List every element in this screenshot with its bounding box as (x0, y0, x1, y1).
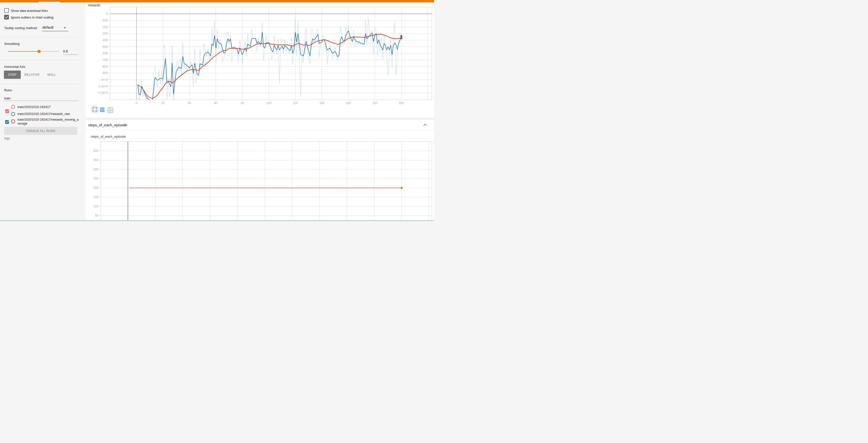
svg-text:160: 160 (346, 101, 351, 105)
svg-text:0: 0 (106, 12, 108, 16)
svg-text:200: 200 (399, 101, 404, 105)
svg-text:180: 180 (372, 101, 377, 105)
tooltip-sorting-label: Tooltip sorting method: (4, 26, 38, 30)
svg-text:-1.1e+3: -1.1e+3 (98, 85, 108, 88)
svg-text:200: 200 (93, 186, 98, 190)
steps-card: steps_of_each_episode 400350300250200150… (86, 130, 434, 220)
axis-relative-button[interactable]: RELATIVE (23, 70, 41, 79)
svg-text:-500: -500 (102, 45, 108, 49)
smoothing-label: Smoothing (4, 42, 20, 46)
dropdown-underline (42, 31, 68, 31)
smoothing-slider-knob[interactable] (37, 50, 41, 53)
svg-text:140: 140 (319, 101, 324, 105)
svg-text:-900: -900 (102, 71, 108, 75)
expand-chart-icon[interactable] (93, 107, 97, 112)
svg-text:-1.2e+3: -1.2e+3 (98, 91, 108, 94)
chevron-up-icon[interactable] (423, 123, 427, 126)
rewards-card: rewards 0-100-200-300-400-500-600-700-80… (86, 2, 434, 119)
rewards-chart[interactable]: 0-100-200-300-400-500-600-700-800-900-1e… (86, 2, 434, 119)
run-color-circle-2 (11, 119, 15, 123)
section-header[interactable]: steps_of_each_episode (86, 119, 434, 130)
settings-sidebar: Show data download links Ignore outliers… (0, 2, 86, 220)
run-checkbox-1[interactable] (5, 120, 9, 124)
axis-wall-button[interactable]: WALL (42, 70, 61, 79)
svg-text:-200: -200 (102, 25, 108, 29)
logs-label: logs (4, 137, 10, 140)
svg-text:150: 150 (93, 195, 98, 199)
steps-chart[interactable]: 40035030025020015010050 (86, 130, 434, 220)
svg-text:80: 80 (241, 101, 244, 105)
smoothing-underline (63, 55, 78, 55)
dropdown-arrow-icon[interactable] (64, 27, 66, 29)
log-scale-lines-icon[interactable] (100, 108, 104, 112)
svg-text:20: 20 (161, 101, 165, 105)
smoothing-value-input[interactable]: 0.6 (63, 49, 68, 53)
svg-text:400: 400 (93, 149, 98, 153)
svg-text:-600: -600 (102, 52, 108, 55)
run-filter-input[interactable]: train (4, 96, 10, 100)
axis-step-button[interactable]: STEP (4, 70, 21, 79)
show-download-links-checkbox[interactable] (4, 8, 9, 13)
smoothing-slider-fill (8, 51, 39, 52)
show-download-links-label: Show data download links (11, 9, 48, 12)
svg-text:120: 120 (293, 101, 298, 105)
run-label-0: train/20201015-192417 (18, 105, 79, 109)
horizontal-axis-label: Horizontal Axis (4, 65, 25, 68)
svg-text:40: 40 (188, 101, 191, 105)
run-color-circle-0 (11, 105, 15, 109)
app-bar (0, 0, 434, 2)
svg-text:-300: -300 (102, 32, 108, 35)
svg-text:-700: -700 (102, 58, 108, 62)
svg-text:-400: -400 (102, 38, 108, 42)
ignore-outliers-label: Ignore outliers in chart scaling (11, 16, 54, 19)
svg-text:300: 300 (93, 168, 98, 171)
svg-text:250: 250 (93, 177, 98, 180)
run-color-circle-1 (11, 112, 15, 116)
svg-text:100: 100 (267, 101, 271, 105)
svg-text:-100: -100 (102, 19, 108, 22)
toggle-all-runs-button[interactable]: TOGGLE ALL RUNS (4, 127, 77, 135)
divider (0, 84, 78, 84)
svg-text:0: 0 (135, 101, 137, 105)
tooltip-sorting-dropdown[interactable]: default (42, 25, 54, 29)
section-header-title: steps_of_each_episode (88, 123, 127, 127)
card-bottom-shade (86, 117, 434, 119)
window-bottom-strip (0, 221, 434, 222)
run-label-1: train/20201015-192417/rewards_raw (18, 112, 79, 116)
svg-text:-1e+3: -1e+3 (100, 78, 108, 81)
ignore-outliers-checkbox[interactable] (4, 15, 9, 20)
fit-domain-icon[interactable] (107, 107, 113, 113)
svg-text:50: 50 (95, 214, 99, 217)
svg-text:100: 100 (93, 205, 98, 208)
svg-text:60: 60 (214, 101, 218, 105)
svg-text:350: 350 (93, 158, 98, 162)
svg-text:-800: -800 (102, 65, 108, 68)
run-checkbox-0[interactable] (5, 109, 9, 113)
runs-heading: Runs (4, 88, 12, 92)
run-label-2: train/20201015-192417/rewards_moving_ave… (18, 118, 79, 125)
